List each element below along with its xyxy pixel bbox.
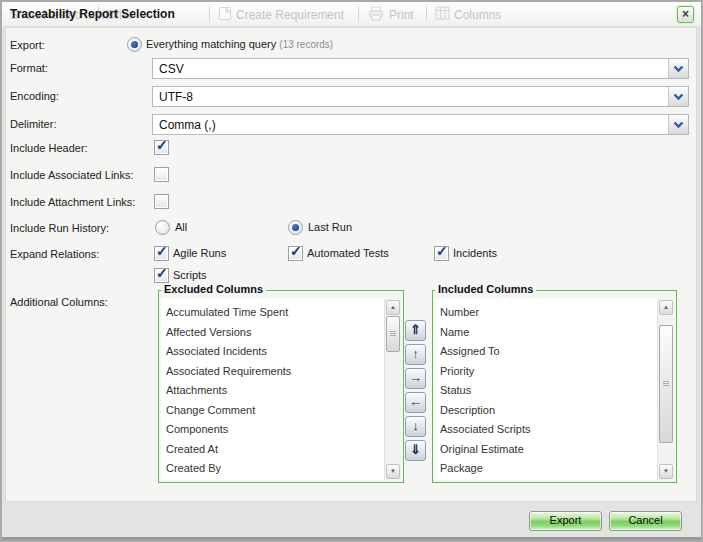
cancel-button[interactable]: Cancel <box>609 511 682 531</box>
scroll-down-icon: ▼ <box>390 468 396 474</box>
list-item[interactable]: Accumulated Time Spent <box>166 303 383 323</box>
list-item[interactable]: Created By <box>166 459 383 479</box>
encoding-dropdown-trigger[interactable] <box>668 87 688 106</box>
scripts-checkbox[interactable]: ✓ <box>154 268 169 283</box>
move-right-button[interactable]: → <box>405 368 426 389</box>
move-down-button[interactable]: ↓ <box>405 416 426 437</box>
delimiter-select[interactable]: Comma (,) <box>152 114 689 135</box>
check-icon: ✓ <box>156 265 168 281</box>
scrollbar-thumb[interactable] <box>386 316 400 352</box>
incidents-label: Incidents <box>453 247 497 259</box>
included-columns-fieldset: Included Columns NumberNameAssigned ToPr… <box>432 290 677 483</box>
format-label: Format: <box>10 62 48 74</box>
list-item[interactable]: Associated Scripts <box>440 420 656 440</box>
scroll-down-button[interactable]: ▼ <box>386 464 400 479</box>
check-icon: ✓ <box>156 137 168 153</box>
excluded-columns-legend: Excluded Columns <box>161 283 266 295</box>
agile-runs-checkbox[interactable]: ✓ <box>154 246 169 261</box>
include-attachment-links-label: Include Attachment Links: <box>10 196 135 208</box>
run-history-last-run-label: Last Run <box>308 221 352 233</box>
print-icon <box>368 6 384 25</box>
dialog-content: Export: Everything matching query (13 re… <box>5 27 697 502</box>
list-item[interactable]: Priority <box>440 362 656 382</box>
toolbar-separator <box>209 6 210 21</box>
format-value: CSV <box>159 62 184 76</box>
expand-relations-label: Expand Relations: <box>10 248 99 260</box>
check-icon: ✓ <box>436 243 448 259</box>
close-icon: × <box>682 7 689 21</box>
bg-toolbar-item-print: Print <box>389 8 414 22</box>
delimiter-dropdown-trigger[interactable] <box>668 115 688 134</box>
export-everything-label: Everything matching query (13 records) <box>146 38 333 50</box>
list-item[interactable]: Assigned To <box>440 342 656 362</box>
list-item[interactable]: Change Comment <box>166 401 383 421</box>
export-everything-radio[interactable] <box>127 37 142 52</box>
list-item[interactable]: Components <box>166 420 383 440</box>
scroll-up-icon: ▲ <box>390 304 396 310</box>
scroll-up-button[interactable]: ▲ <box>659 300 673 315</box>
include-run-history-label: Include Run History: <box>10 222 109 234</box>
format-select[interactable]: CSV <box>152 58 689 79</box>
encoding-select[interactable]: UTF-8 <box>152 86 689 107</box>
move-to-top-button[interactable]: ⇑ <box>405 320 426 341</box>
excluded-list-scrollbar[interactable]: ▲ ▼ <box>384 299 401 480</box>
additional-columns-label: Additional Columns: <box>10 296 108 308</box>
format-dropdown-trigger[interactable] <box>668 59 688 78</box>
included-list-scrollbar[interactable]: ▲ ▼ <box>657 299 674 480</box>
included-columns-legend: Included Columns <box>435 283 536 295</box>
toolbar-separator <box>358 6 359 21</box>
include-header-checkbox[interactable]: ✓ <box>154 140 169 155</box>
list-item[interactable]: Number <box>440 303 656 323</box>
excluded-columns-listbox[interactable]: Accumulated Time SpentAffected VersionsA… <box>161 299 401 480</box>
close-button[interactable]: × <box>677 6 694 23</box>
records-count: (13 records) <box>279 39 333 50</box>
list-item[interactable]: Name <box>440 323 656 343</box>
list-item[interactable]: Package <box>440 459 656 479</box>
run-history-last-run-radio[interactable] <box>288 220 303 235</box>
list-item[interactable]: Original Estimate <box>440 440 656 460</box>
columns-icon <box>435 6 450 24</box>
chevron-down-icon <box>673 121 684 129</box>
export-button[interactable]: Export <box>529 511 602 531</box>
move-left-button[interactable]: ← <box>405 392 426 413</box>
bg-toolbar-item-columns: Columns <box>454 8 501 22</box>
dialog-titlebar: Show Nested Items Filter Create Requirem… <box>2 2 701 26</box>
delimiter-value: Comma (,) <box>159 118 216 132</box>
traceability-report-dialog: Show Nested Items Filter Create Requirem… <box>0 0 703 542</box>
list-item[interactable]: Associated Requirements <box>166 362 383 382</box>
include-associated-links-checkbox[interactable]: ✓ <box>154 167 169 182</box>
delimiter-label: Delimiter: <box>10 118 56 130</box>
run-history-all-label: All <box>175 221 187 233</box>
include-associated-links-label: Include Associated Links: <box>10 169 134 181</box>
included-columns-listbox[interactable]: NumberNameAssigned ToPriorityStatusDescr… <box>435 299 674 480</box>
toolbar-separator <box>426 6 427 21</box>
scroll-down-icon: ▼ <box>663 468 669 474</box>
list-item[interactable]: Attachments <box>166 381 383 401</box>
list-item[interactable]: Status <box>440 381 656 401</box>
check-icon: ✓ <box>156 243 168 259</box>
list-item[interactable]: Affected Versions <box>166 323 383 343</box>
incidents-checkbox[interactable]: ✓ <box>434 246 449 261</box>
list-item[interactable]: Created At <box>166 440 383 460</box>
include-attachment-links-checkbox[interactable]: ✓ <box>154 194 169 209</box>
scroll-down-button[interactable]: ▼ <box>659 464 673 479</box>
list-item[interactable]: Description <box>440 401 656 421</box>
run-history-all-radio[interactable] <box>155 220 170 235</box>
scroll-up-button[interactable]: ▲ <box>386 300 400 315</box>
encoding-label: Encoding: <box>10 90 59 102</box>
export-label: Export: <box>10 39 45 51</box>
chevron-down-icon <box>673 65 684 73</box>
scrollbar-thumb[interactable] <box>659 325 673 443</box>
include-header-label: Include Header: <box>10 142 88 154</box>
automated-tests-checkbox[interactable]: ✓ <box>288 246 303 261</box>
move-up-button[interactable]: ↑ <box>405 344 426 365</box>
agile-runs-label: Agile Runs <box>173 247 226 259</box>
scroll-up-icon: ▲ <box>663 304 669 310</box>
scrollbar-grip <box>663 381 669 387</box>
create-requirement-icon <box>218 6 232 25</box>
move-to-bottom-button[interactable]: ⇓ <box>405 440 426 461</box>
export-option-text: Everything matching query <box>146 38 276 50</box>
dialog-title: Traceability Report Selection <box>10 7 175 21</box>
list-item[interactable]: Associated Incidents <box>166 342 383 362</box>
scripts-label: Scripts <box>173 269 207 281</box>
